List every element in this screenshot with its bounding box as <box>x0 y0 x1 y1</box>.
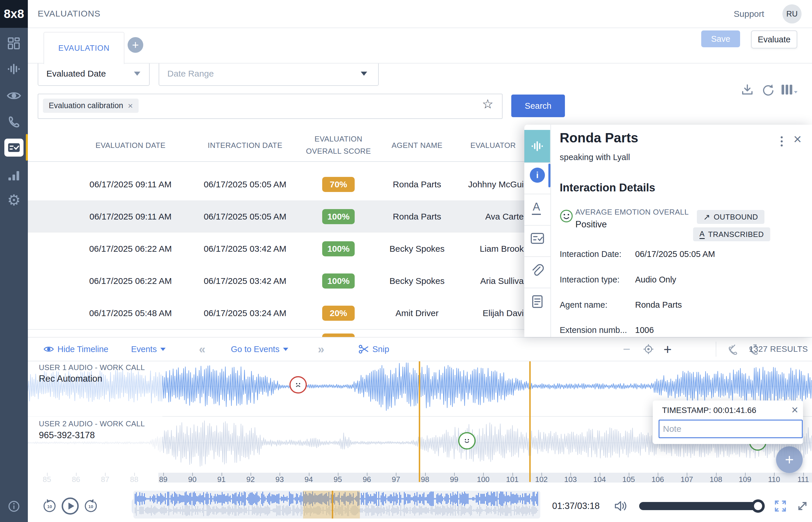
phone-icon <box>8 116 20 128</box>
overview-waveform[interactable] <box>134 491 540 519</box>
emotion-value: Positive <box>575 219 607 230</box>
sidebar-item-calls[interactable] <box>0 112 28 132</box>
play-button[interactable] <box>59 490 81 522</box>
columns-button[interactable] <box>780 82 799 97</box>
events-dropdown[interactable]: Events <box>131 338 166 361</box>
panel-title: Ronda Parts <box>560 130 638 145</box>
col-header-interaction-date[interactable]: INTERACTION DATE <box>187 141 303 150</box>
cell-interaction-date: 06/17/2025 05:05 AM <box>187 168 303 200</box>
eye-icon <box>43 345 54 353</box>
sidebar-item-recordings[interactable] <box>0 59 28 79</box>
score-badge: 20% <box>322 306 355 321</box>
panel-tab-attachments[interactable] <box>524 262 550 279</box>
support-link[interactable]: Support <box>734 9 764 19</box>
toolbar-divider <box>716 342 716 357</box>
panel-close-icon[interactable]: × <box>793 132 801 146</box>
sidebar-item-settings[interactable]: ⚙ <box>0 190 28 210</box>
date-range-select[interactable]: Date Range <box>159 61 379 86</box>
panel-tab-transcript[interactable]: A <box>532 201 541 215</box>
save-button[interactable]: Save <box>701 31 740 47</box>
sidebar-item-monitoring[interactable] <box>0 85 28 106</box>
sidebar-item-dashboard[interactable] <box>0 33 28 54</box>
note-input[interactable] <box>658 420 803 438</box>
volume-slider-thumb[interactable] <box>751 499 765 513</box>
go-to-events-label: Go to Events <box>231 344 280 354</box>
zoom-out-button[interactable]: − <box>623 338 630 361</box>
evaluation-checklist-icon <box>7 143 20 153</box>
overview-playhead[interactable] <box>332 491 333 519</box>
volume-button[interactable] <box>611 490 631 522</box>
document-icon <box>532 295 543 308</box>
sidebar-item-info[interactable] <box>0 496 28 517</box>
col-header-score-line1[interactable]: EVALUATION <box>295 135 382 144</box>
filter-chip[interactable]: Evaluation calibration × <box>43 99 139 113</box>
page-title: EVALUATIONS <box>38 9 101 19</box>
col-header-agent[interactable]: AGENT NAME <box>373 141 461 150</box>
note-close-icon[interactable]: × <box>791 403 798 417</box>
favorite-star-icon[interactable]: ☆ <box>482 97 493 112</box>
center-playhead-button[interactable] <box>643 338 654 361</box>
tab-evaluation[interactable]: EVAULATION <box>43 32 124 64</box>
waveform-icon <box>531 141 544 152</box>
field-label: Interaction Date: <box>560 249 622 259</box>
score-badge: 100% <box>322 241 355 256</box>
volume-slider[interactable] <box>639 502 764 510</box>
timeline-axis[interactable]: 8990919293949596979899100101102103104105… <box>158 473 812 483</box>
expand-button[interactable] <box>792 490 812 522</box>
panel-tab-info[interactable]: i <box>530 168 545 183</box>
note-popup: TIMESTAMP: 00:01:41.66 × <box>653 401 803 444</box>
add-note-button[interactable]: + <box>776 446 803 473</box>
refresh-button[interactable] <box>760 82 775 97</box>
evaluated-date-select[interactable]: Evaluated Date <box>38 61 150 86</box>
cell-interaction-date: 06/17/2025 03:24 AM <box>187 297 303 329</box>
positive-emotion-icon <box>560 209 573 223</box>
transcribed-badge-label: TRANSCRIBED <box>708 230 764 239</box>
panel-active-tab-indicator <box>548 164 550 187</box>
panel-tab-notes[interactable] <box>524 293 550 310</box>
cell-interaction-date: 06/17/2025 03:42 AM <box>187 265 303 297</box>
snip-button[interactable]: Snip <box>359 338 389 361</box>
hide-timeline-button[interactable]: Hide Timeline <box>43 338 108 361</box>
zoom-in-button[interactable]: + <box>664 338 672 361</box>
evaluate-button[interactable]: Evaluate <box>751 31 797 48</box>
chevron-down-icon <box>361 72 367 76</box>
panel-menu-button[interactable] <box>781 136 783 146</box>
next-event-button[interactable]: » <box>318 338 324 361</box>
search-input[interactable]: Evaluation calibration × ☆ <box>38 94 503 119</box>
go-to-events-dropdown[interactable]: Go to Events <box>231 338 288 361</box>
interaction-panel: i A Ronda <box>524 125 812 337</box>
forward-10-button[interactable]: 10 <box>81 490 101 522</box>
app-window: 8x8 <box>0 0 812 522</box>
prev-event-button[interactable]: « <box>199 338 205 361</box>
columns-icon <box>781 83 798 96</box>
brand-logo: 8x8 <box>0 0 28 28</box>
add-tab-button[interactable]: + <box>128 37 143 53</box>
field-label: Interaction type: <box>560 275 620 284</box>
sidebar-item-analytics[interactable] <box>0 165 28 186</box>
cell-evaluator: Ava Carte <box>408 200 524 233</box>
fullscreen-button[interactable] <box>770 490 791 522</box>
score-badge: 100% <box>322 274 355 288</box>
outbound-arrow-icon: ↗ <box>703 212 710 222</box>
dashboard-grid-icon <box>7 37 21 50</box>
panel-tab-evaluation[interactable] <box>524 230 550 247</box>
col-header-evaluation-date[interactable]: EVALUATION DATE <box>73 141 188 150</box>
chip-remove-icon[interactable]: × <box>128 101 133 111</box>
cell-evaluation-date: 06/17/2025 06:22 AM <box>73 233 188 265</box>
svg-text:10: 10 <box>47 504 52 509</box>
axis-faded-ticks: 85868788 <box>28 473 158 483</box>
scissors-icon <box>359 344 369 354</box>
partial-score-badge <box>322 334 355 337</box>
incoming-call-button[interactable] <box>727 338 739 361</box>
forward-10-icon: 10 <box>83 499 98 514</box>
download-button[interactable] <box>740 82 755 97</box>
speaker-icon <box>614 500 628 512</box>
rewind-10-button[interactable]: 10 <box>39 490 60 522</box>
sidebar-item-evaluations[interactable] <box>4 139 23 157</box>
user-avatar[interactable]: RU <box>783 4 801 23</box>
paperclip-icon <box>531 264 544 277</box>
search-button[interactable]: Search <box>511 95 565 117</box>
chevron-down-icon <box>160 348 166 351</box>
panel-tab-audio[interactable] <box>524 130 550 162</box>
note-timestamp: TIMESTAMP: 00:01:41.66 <box>662 406 756 415</box>
